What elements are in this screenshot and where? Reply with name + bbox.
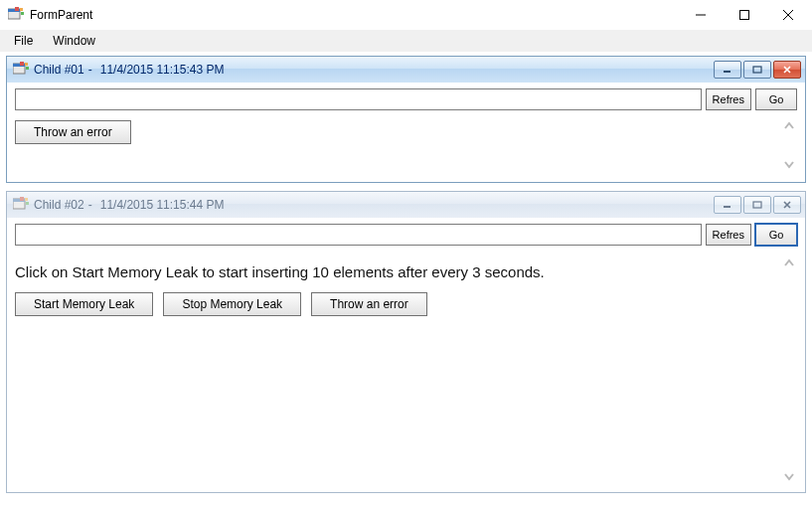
child-minimize-button[interactable]: [714, 196, 741, 214]
go-button[interactable]: Go: [755, 88, 797, 110]
throw-error-button[interactable]: Throw an error: [311, 292, 427, 316]
address-input[interactable]: [15, 88, 702, 110]
start-memory-leak-button[interactable]: Start Memory Leak: [15, 292, 153, 316]
svg-rect-17: [753, 202, 761, 208]
child-timestamp-2: 11/4/2015 11:15:44 PM: [100, 198, 225, 212]
menu-file[interactable]: File: [4, 32, 43, 50]
scroll-down-icon[interactable]: [781, 156, 797, 172]
child-client-2: Refres Go Click on Start Memory Leak to …: [7, 218, 805, 492]
scroll-down-icon[interactable]: [781, 468, 797, 484]
svg-rect-11: [753, 67, 761, 73]
svg-rect-9: [25, 63, 28, 66]
svg-rect-5: [740, 11, 749, 20]
child-maximize-button[interactable]: [743, 61, 771, 79]
child-close-button[interactable]: [773, 196, 801, 214]
scrollbar[interactable]: [781, 118, 797, 172]
svg-rect-4: [21, 12, 24, 15]
go-button[interactable]: Go: [755, 224, 797, 246]
throw-error-button[interactable]: Throw an error: [15, 120, 131, 144]
refresh-button[interactable]: Refres: [706, 224, 751, 246]
svg-rect-15: [25, 198, 28, 201]
app-icon: [8, 7, 24, 24]
stop-memory-leak-button[interactable]: Stop Memory Leak: [163, 292, 301, 316]
child-close-button[interactable]: [773, 61, 801, 79]
menu-window[interactable]: Window: [43, 32, 105, 50]
child-titlebar-1[interactable]: Child #01 - 11/4/2015 11:15:43 PM: [7, 57, 805, 83]
refresh-button[interactable]: Refres: [706, 88, 751, 110]
main-window-title: FormParent: [30, 8, 92, 22]
menubar: File Window: [0, 30, 812, 52]
nav-row: Refres Go: [15, 224, 797, 246]
child-title-2: Child #02: [34, 198, 84, 212]
child-client-1: Refres Go Throw an error: [7, 83, 805, 182]
svg-rect-14: [20, 197, 24, 201]
maximize-button[interactable]: [723, 1, 766, 29]
form-icon: [13, 62, 29, 79]
scrollbar[interactable]: [781, 256, 797, 484]
child-timestamp-1: 11/4/2015 11:15:43 PM: [100, 63, 225, 77]
child-window-2: Child #02 - 11/4/2015 11:15:44 PM Refres…: [6, 191, 806, 493]
scroll-up-icon[interactable]: [781, 256, 797, 271]
nav-row: Refres Go: [15, 88, 797, 110]
svg-rect-3: [20, 8, 23, 11]
address-input[interactable]: [15, 224, 702, 246]
form-icon: [13, 197, 29, 214]
svg-rect-2: [15, 7, 19, 11]
mdi-client-area: Child #01 - 11/4/2015 11:15:43 PM Refres…: [0, 52, 812, 511]
svg-rect-16: [26, 202, 29, 205]
child-maximize-button[interactable]: [743, 196, 771, 214]
main-titlebar: FormParent: [0, 0, 812, 30]
child-title-1: Child #01: [34, 63, 84, 77]
content-text: Click on Start Memory Leak to start inse…: [15, 263, 797, 280]
svg-rect-8: [20, 62, 24, 66]
child-minimize-button[interactable]: [714, 61, 741, 79]
child-window-1: Child #01 - 11/4/2015 11:15:43 PM Refres…: [6, 56, 806, 183]
svg-rect-10: [26, 67, 29, 70]
scroll-up-icon[interactable]: [781, 118, 797, 134]
close-button[interactable]: [766, 1, 810, 29]
minimize-button[interactable]: [679, 1, 723, 29]
child-titlebar-2[interactable]: Child #02 - 11/4/2015 11:15:44 PM: [7, 192, 805, 218]
